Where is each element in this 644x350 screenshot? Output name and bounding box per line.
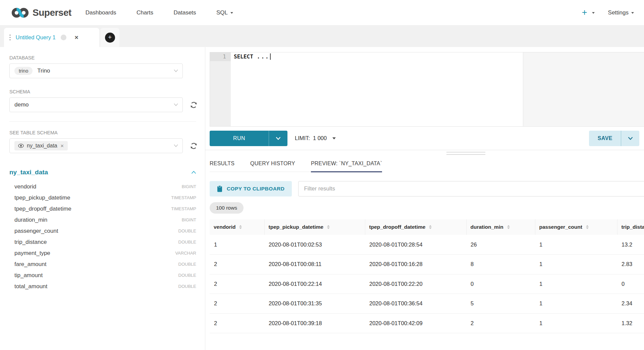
close-tab-icon[interactable]: ✕	[74, 35, 79, 41]
run-button[interactable]: RUN	[210, 131, 269, 146]
table-schema-panel: ny_taxi_data vendoridBIGINT tpep_pickup_…	[9, 169, 196, 292]
chevron-down-icon	[174, 69, 178, 72]
caret-down-icon	[332, 137, 336, 139]
chevron-down-icon	[174, 103, 178, 106]
copy-to-clipboard-label: COPY TO CLIPBOARD	[227, 186, 284, 192]
tab-results[interactable]: RESULTS	[210, 157, 234, 172]
table-columns-list: vendoridBIGINT tpep_pickup_datetimeTIMES…	[9, 181, 196, 292]
database-engine-pill: trino	[14, 67, 33, 75]
run-split-button[interactable]: RUN	[210, 131, 287, 146]
nav-charts[interactable]: Charts	[137, 9, 153, 16]
brand-name: Superset	[33, 7, 71, 18]
chevron-up-icon[interactable]	[191, 171, 196, 174]
results-tabbar: RESULTS QUERY HISTORY PREVIEW: `NY_TAXI_…	[210, 157, 382, 172]
filter-results-input[interactable]	[298, 181, 644, 196]
nav-datasets[interactable]: Datasets	[173, 9, 196, 16]
table-column-row: tip_amountDOUBLE	[9, 270, 196, 281]
clipboard-icon	[217, 185, 222, 192]
limit-value: 1 000	[313, 135, 327, 141]
sort-icon[interactable]	[327, 225, 330, 229]
editor-gutter: 1	[210, 52, 231, 126]
chevron-down-icon	[631, 12, 634, 14]
query-tab-active[interactable]: Untitled Query 1 ✕	[4, 28, 99, 47]
chevron-down-icon	[230, 12, 233, 14]
row-count-badge: 100 rows	[210, 202, 244, 214]
sort-icon[interactable]	[429, 225, 432, 229]
table-select[interactable]: ny_taxi_data ✕	[9, 138, 183, 153]
sort-icon[interactable]	[586, 225, 589, 229]
table-row[interactable]: 22020-08-01T00:08:112020-08-01T00:16:288…	[210, 255, 644, 274]
refresh-tables-icon[interactable]	[189, 141, 198, 150]
eye-icon	[18, 144, 24, 148]
tab-query-history[interactable]: QUERY HISTORY	[250, 157, 295, 172]
settings-menu[interactable]: Settings	[608, 9, 634, 16]
sort-icon[interactable]	[239, 225, 242, 229]
save-split-button[interactable]: SAVE	[589, 131, 639, 146]
table-column-row: tpep_pickup_datetimeTIMESTAMP	[9, 192, 196, 203]
query-status-dot	[61, 35, 66, 40]
table-column-row: passenger_countDOUBLE	[9, 225, 196, 236]
limit-label: LIMIT:	[295, 135, 310, 141]
sql-keyword: SELECT	[234, 53, 253, 60]
save-options-button[interactable]	[621, 131, 639, 146]
editor-code[interactable]: SELECT...	[231, 52, 271, 126]
col-header-passenger-count[interactable]: passenger_count	[535, 219, 617, 235]
col-header-tpep-dropoff-datetime[interactable]: tpep_dropoff_datetime	[365, 219, 466, 235]
sidebar-divider	[9, 121, 196, 122]
schema-select[interactable]: demo	[9, 97, 183, 112]
sql-workspace: 1 SELECT... RUN LIMIT: 1 000 SAVE	[205, 47, 644, 350]
sql-code-rest: ...	[257, 53, 270, 60]
tab-preview-ny-taxi-data[interactable]: PREVIEW: `NY_TAXI_DATA`	[311, 157, 382, 172]
table-row[interactable]: 22020-08-01T00:22:142020-08-01T00:22:200…	[210, 274, 644, 294]
table-row[interactable]: 12020-08-01T00:02:532020-08-01T00:28:542…	[210, 235, 644, 255]
run-options-button[interactable]	[269, 131, 287, 146]
refresh-schema-icon[interactable]	[189, 100, 198, 110]
table-column-row: payment_typeVARCHAR	[9, 248, 196, 259]
sort-icon[interactable]	[507, 225, 510, 229]
copy-to-clipboard-button[interactable]: COPY TO CLIPBOARD	[210, 181, 292, 196]
database-select[interactable]: trino Trino	[9, 63, 183, 78]
top-navbar: Superset Dashboards Charts Datasets SQL …	[0, 0, 644, 26]
table-column-row: vendoridBIGINT	[9, 181, 196, 192]
query-tab-title[interactable]: Untitled Query 1	[16, 34, 56, 41]
database-label: DATABASE	[9, 55, 205, 60]
selected-table-tag[interactable]: ny_taxi_data ✕	[14, 141, 68, 150]
col-header-trip-distance[interactable]: trip_distance	[617, 219, 644, 235]
results-table: vendorid tpep_pickup_datetime tpep_dropo…	[210, 219, 644, 333]
table-column-row: fare_amountDOUBLE	[9, 259, 196, 270]
text-cursor	[270, 53, 271, 60]
superset-brand[interactable]: Superset	[11, 7, 71, 19]
new-item-button[interactable]: +	[582, 8, 595, 17]
col-header-tpep-pickup-datetime[interactable]: tpep_pickup_datetime	[264, 219, 365, 235]
save-button[interactable]: SAVE	[589, 131, 621, 146]
results-panel: RESULTS QUERY HISTORY PREVIEW: `NY_TAXI_…	[205, 157, 644, 333]
tab-drag-handle-icon[interactable]	[9, 35, 11, 41]
editor-print-margin	[523, 52, 644, 126]
main-nav: Dashboards Charts Datasets SQL	[86, 9, 252, 16]
table-column-row: trip_distanceDOUBLE	[9, 236, 196, 248]
plus-icon: +	[582, 8, 587, 17]
col-header-vendorid[interactable]: vendorid	[210, 219, 264, 235]
table-schema-header[interactable]: ny_taxi_data	[9, 169, 196, 176]
table-column-row: tpep_dropoff_datetimeTIMESTAMP	[9, 203, 196, 214]
sqllab-sidebar: DATABASE trino Trino SCHEMA demo	[0, 47, 205, 350]
results-header-row: vendorid tpep_pickup_datetime tpep_dropo…	[210, 219, 644, 235]
remove-table-icon[interactable]: ✕	[60, 143, 64, 148]
limit-dropdown[interactable]: LIMIT: 1 000	[295, 135, 336, 141]
col-header-duration-min[interactable]: duration_min	[466, 219, 535, 235]
table-column-row: total_amountDOUBLE	[9, 281, 196, 292]
pane-resize-handle[interactable]	[446, 152, 485, 155]
table-tag-label: ny_taxi_data	[27, 143, 57, 149]
nav-sql[interactable]: SQL	[216, 9, 233, 16]
table-schema-label: SEE TABLE SCHEMA	[9, 130, 205, 135]
table-column-row: duration_minBIGINT	[9, 214, 196, 225]
plus-icon: +	[105, 33, 115, 43]
chevron-down-icon	[592, 12, 595, 14]
table-row[interactable]: 22020-08-01T00:31:352020-08-01T00:36:545…	[210, 294, 644, 314]
table-row[interactable]: 22020-08-01T00:39:182020-08-01T00:42:092…	[210, 313, 644, 333]
sql-editor[interactable]: 1 SELECT...	[210, 52, 644, 127]
chevron-down-icon	[174, 144, 178, 147]
nav-dashboards[interactable]: Dashboards	[86, 9, 116, 16]
add-query-tab[interactable]: +	[100, 28, 119, 47]
schema-value: demo	[14, 101, 29, 108]
